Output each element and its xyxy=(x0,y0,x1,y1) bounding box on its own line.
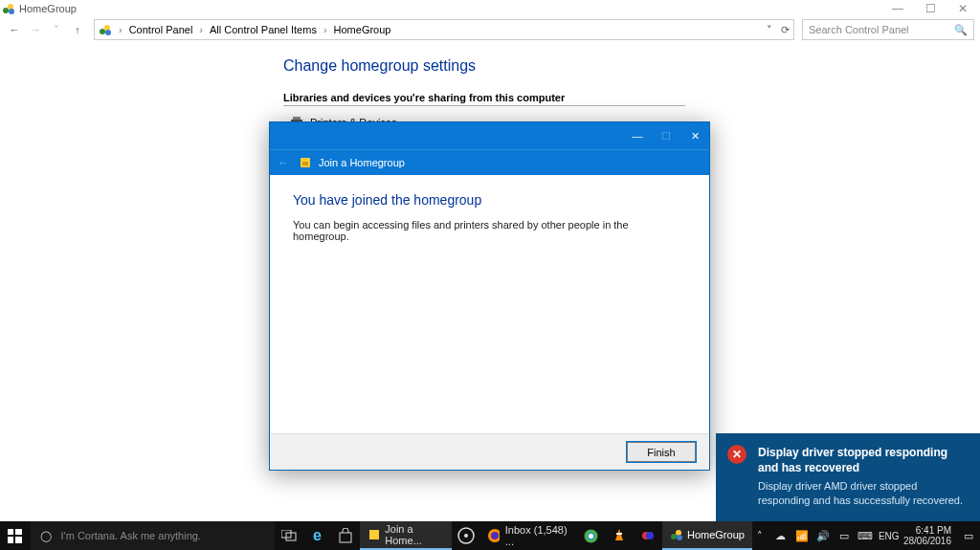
action-center-icon[interactable]: ▭ xyxy=(961,530,976,542)
tray-date: 28/06/2016 xyxy=(903,536,951,546)
svg-point-30 xyxy=(671,534,677,539)
window-maximize-button[interactable]: ☐ xyxy=(921,2,940,15)
dialog-maximize-button[interactable]: ☐ xyxy=(652,122,680,149)
taskbar-mpc-icon[interactable] xyxy=(452,521,480,550)
tray-clock[interactable]: 6:41 PM 28/06/2016 xyxy=(900,525,955,546)
svg-rect-13 xyxy=(8,537,13,543)
taskbar-app-join-homegroup[interactable]: Join a Home... xyxy=(360,521,452,550)
search-icon[interactable]: 🔍 xyxy=(954,24,968,36)
cortana-icon: ◯ xyxy=(40,530,52,542)
svg-rect-7 xyxy=(293,117,301,120)
search-input[interactable]: Search Control Panel 🔍 xyxy=(802,19,974,40)
dialog-footer: Finish xyxy=(270,433,709,470)
breadcrumb-item[interactable]: All Control Panel Items xyxy=(208,24,319,35)
error-icon: ✕ xyxy=(727,445,746,464)
cortana-placeholder: I'm Cortana. Ask me anything. xyxy=(61,530,201,541)
svg-point-4 xyxy=(104,25,110,31)
system-tray: ˄ ☁ 📶 🔊 ▭ ⌨ ENG 6:41 PM 28/06/2016 ▭ xyxy=(752,525,980,546)
tray-onedrive-icon[interactable]: ☁ xyxy=(773,530,789,542)
dialog-text: You can begin accessing files and printe… xyxy=(293,219,686,242)
svg-point-22 xyxy=(491,532,499,539)
svg-rect-18 xyxy=(369,530,379,539)
homegroup-icon xyxy=(2,2,15,15)
taskbar-app-icon[interactable] xyxy=(634,521,662,550)
svg-rect-17 xyxy=(340,533,351,542)
svg-point-32 xyxy=(677,535,682,540)
chevron-right-icon[interactable]: › xyxy=(116,24,125,35)
svg-rect-10 xyxy=(302,162,308,165)
svg-rect-12 xyxy=(15,529,22,535)
window-titlebar: HomeGroup — ☐ ✕ xyxy=(0,0,980,17)
finish-button[interactable]: Finish xyxy=(627,442,696,462)
taskbar-chrome-icon[interactable] xyxy=(577,521,606,550)
taskbar-vlc-icon[interactable] xyxy=(605,521,634,550)
explorer-nav-row: ← → ˅ ↑ › Control Panel › All Control Pa… xyxy=(0,17,980,42)
dialog-minimize-button[interactable]: — xyxy=(623,122,652,149)
tray-battery-icon[interactable]: ▭ xyxy=(836,530,852,542)
address-dropdown-icon[interactable]: ˅ xyxy=(767,24,772,36)
breadcrumb-item[interactable]: Control Panel xyxy=(127,24,195,35)
taskbar-app-homegroup[interactable]: HomeGroup xyxy=(662,521,752,550)
nav-recent-dropdown[interactable]: ˅ xyxy=(48,21,65,38)
nav-back-button[interactable]: ← xyxy=(6,21,23,38)
dialog-heading: You have joined the homegroup xyxy=(293,192,686,208)
dialog-body: You have joined the homegroup You can be… xyxy=(270,175,709,433)
address-bar[interactable]: › Control Panel › All Control Panel Item… xyxy=(94,19,794,40)
chevron-right-icon[interactable]: › xyxy=(196,24,206,35)
dialog-wizard-title: Join a Homegroup xyxy=(319,157,405,168)
refresh-icon[interactable]: ⟳ xyxy=(781,24,790,36)
homegroup-icon xyxy=(99,23,112,36)
svg-point-1 xyxy=(8,4,13,10)
start-button[interactable] xyxy=(0,529,31,543)
tray-time: 6:41 PM xyxy=(903,525,951,536)
search-placeholder: Search Control Panel xyxy=(809,24,909,35)
edge-icon[interactable]: e xyxy=(303,521,332,550)
cortana-search[interactable]: ◯ I'm Cortana. Ask me anything. xyxy=(31,521,275,550)
svg-point-5 xyxy=(105,30,111,35)
taskbar-app-label: Inbox (1,548) ... xyxy=(505,524,569,547)
dialog-header: ← Join a Homegroup xyxy=(270,149,709,175)
chevron-right-icon[interactable]: › xyxy=(321,24,330,35)
homegroup-wizard-icon xyxy=(298,155,313,170)
tray-keyboard-icon[interactable]: ⌨ xyxy=(858,530,873,542)
svg-point-3 xyxy=(100,29,105,34)
nav-forward-button[interactable]: → xyxy=(27,21,44,38)
svg-point-31 xyxy=(676,530,681,536)
page-heading: Change homegroup settings xyxy=(283,57,695,75)
task-view-button[interactable] xyxy=(275,521,303,550)
window-minimize-button[interactable]: — xyxy=(888,2,907,15)
taskbar-app-firefox[interactable]: Inbox (1,548) ... xyxy=(480,521,577,550)
nav-up-button[interactable]: ↑ xyxy=(69,21,86,38)
svg-point-20 xyxy=(464,534,468,538)
window-close-button[interactable]: ✕ xyxy=(953,2,972,15)
window-title: HomeGroup xyxy=(19,3,77,14)
svg-point-0 xyxy=(3,8,9,13)
svg-point-25 xyxy=(589,534,593,539)
store-icon[interactable] xyxy=(331,521,360,550)
dialog-titlebar[interactable]: — ☐ ✕ xyxy=(270,122,709,149)
taskbar-app-label: HomeGroup xyxy=(687,529,745,540)
dialog-close-button[interactable]: ✕ xyxy=(680,122,709,149)
svg-rect-14 xyxy=(15,537,22,543)
join-homegroup-dialog: — ☐ ✕ ← Join a Homegroup You have joined… xyxy=(269,121,710,471)
tray-network-icon[interactable]: 📶 xyxy=(794,530,810,542)
svg-rect-11 xyxy=(8,529,13,535)
toast-title: Display driver stopped responding and ha… xyxy=(758,445,967,475)
tray-overflow-icon[interactable]: ˄ xyxy=(752,530,768,542)
notification-toast[interactable]: ✕ Display driver stopped responding and … xyxy=(716,433,980,521)
tray-language[interactable]: ENG xyxy=(879,531,894,541)
toast-detail: Display driver AMD driver stopped respon… xyxy=(758,479,967,508)
page-content: Change homegroup settings Libraries and … xyxy=(283,57,695,129)
taskbar: ◯ I'm Cortana. Ask me anything. e Join a… xyxy=(0,521,980,550)
dialog-back-button[interactable]: ← xyxy=(278,157,288,168)
breadcrumb-item[interactable]: HomeGroup xyxy=(332,24,393,35)
svg-rect-27 xyxy=(616,533,622,535)
svg-point-29 xyxy=(646,532,654,539)
tray-volume-icon[interactable]: 🔊 xyxy=(815,530,831,542)
svg-point-2 xyxy=(9,9,14,14)
taskbar-app-label: Join a Home... xyxy=(385,523,444,546)
section-label: Libraries and devices you're sharing fro… xyxy=(283,92,685,106)
